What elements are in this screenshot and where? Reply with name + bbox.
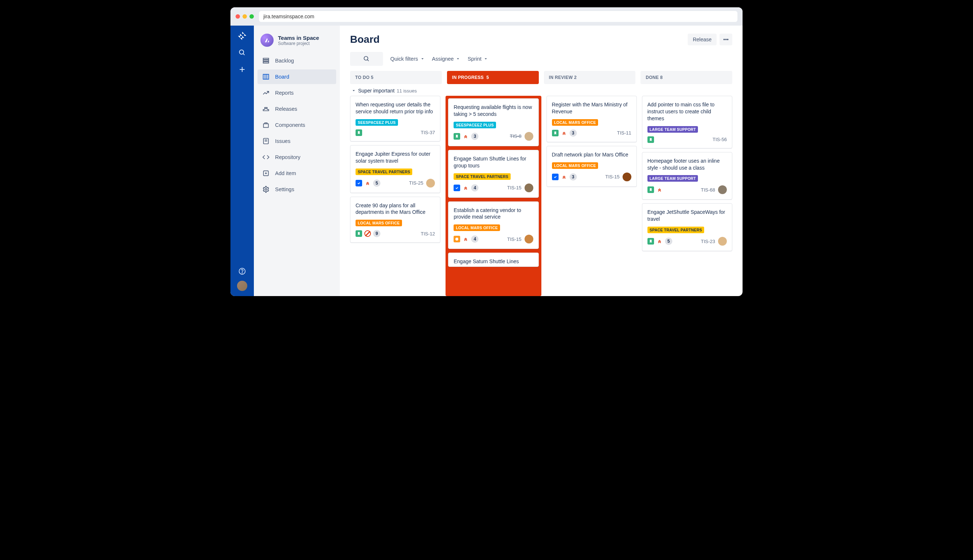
svg-point-20 [364, 56, 368, 60]
assignee-avatar[interactable] [623, 173, 631, 181]
profile-avatar[interactable] [237, 281, 247, 291]
issue-card[interactable]: Register with the Mars Ministry of Reven… [547, 96, 637, 142]
priority-highest-icon [656, 187, 663, 193]
issue-card[interactable]: Draft network plan for Mars Office LOCAL… [547, 146, 637, 187]
card-label: LARGE TEAM SUPPORT [647, 126, 698, 133]
issue-card[interactable]: Create 90 day plans for all departments … [350, 197, 440, 243]
card-title: Engage JetShuttle SpaceWays for travel [647, 209, 727, 223]
column-header-inreview: IN REVIEW 2 [544, 71, 636, 84]
card-footer: 4 TIS-15 [453, 235, 533, 243]
search-input[interactable] [350, 52, 383, 66]
story-points-badge: 5 [665, 238, 672, 245]
issue-card[interactable]: Engage Saturn Shuttle Lines for group to… [448, 150, 538, 198]
story-type-icon [647, 238, 654, 245]
issue-card[interactable]: Requesting available flights is now taki… [448, 98, 538, 146]
sidebar-item-repository[interactable]: Repository [257, 150, 336, 165]
add-item-icon [262, 169, 270, 177]
project-avatar-icon [261, 33, 274, 47]
sprint-dropdown[interactable]: Sprint [468, 56, 488, 62]
sidebar-item-releases[interactable]: Releases [257, 102, 336, 116]
issue-card[interactable]: Add pointer to main css file to instruct… [642, 96, 732, 148]
assignee-avatar[interactable] [525, 132, 533, 141]
sidebar-item-add[interactable]: Add item [257, 166, 336, 180]
issue-card[interactable]: Establish a catering vendor to provide m… [448, 202, 538, 249]
assignee-avatar[interactable] [718, 237, 727, 246]
card-footer: TIS-37 [356, 129, 435, 136]
card-footer: TIS-68 [647, 185, 727, 194]
issue-key: TIS-15 [507, 185, 521, 190]
help-icon[interactable] [237, 266, 247, 276]
search-icon[interactable] [237, 48, 247, 58]
issue-card[interactable]: Engage Jupiter Express for outer solar s… [350, 145, 440, 193]
issue-key: TIS-12 [421, 231, 435, 237]
sidebar-item-board[interactable]: Board [257, 70, 336, 84]
card-footer: 9 TIS-12 [356, 230, 435, 237]
priority-highest-icon [561, 173, 567, 180]
swimlane-header[interactable]: Super important 11 issues [351, 88, 732, 93]
column-headers: TO DO 5 IN PROGRESS 5 IN REVIEW 2 DONE 8 [350, 71, 732, 84]
window-minimize-icon[interactable] [242, 14, 247, 18]
task-type-icon [356, 180, 362, 187]
sidebar-item-label: Backlog [275, 58, 294, 63]
issue-key: TIS-11 [617, 130, 631, 136]
card-title: Register with the Mars Ministry of Reven… [552, 101, 631, 115]
board-columns: When requesting user details the service… [350, 96, 732, 296]
traffic-lights [236, 14, 254, 18]
issue-key: TIS-23 [701, 239, 715, 244]
column-header-todo: TO DO 5 [350, 71, 442, 84]
assignee-avatar[interactable] [426, 179, 435, 188]
card-title: Draft network plan for Mars Office [552, 151, 631, 158]
card-label: SPACE TRAVEL PARTNERS [453, 173, 510, 180]
assignee-avatar[interactable] [525, 235, 533, 243]
release-button[interactable]: Release [688, 33, 717, 45]
project-name: Teams in Space [278, 35, 319, 41]
card-label: SEESPACEEZ PLUS [356, 119, 398, 126]
issue-card[interactable]: Engage Saturn Shuttle Lines [448, 253, 538, 267]
global-nav [231, 26, 254, 296]
reports-icon [262, 89, 270, 97]
issue-card[interactable]: Homepage footer uses an inline style - s… [642, 152, 732, 200]
story-points-badge: 4 [471, 184, 478, 192]
sidebar-item-backlog[interactable]: Backlog [257, 53, 336, 68]
search-icon [363, 55, 370, 62]
board-icon [262, 73, 270, 81]
address-bar[interactable]: jira.teamsinspace.com [259, 11, 737, 22]
sidebar-item-reports[interactable]: Reports [257, 85, 336, 100]
create-icon[interactable] [237, 64, 247, 75]
sidebar-item-settings[interactable]: Settings [257, 182, 336, 197]
jira-logo-icon[interactable] [237, 31, 247, 41]
sidebar-item-components[interactable]: Components [257, 118, 336, 132]
page-title: Board [350, 33, 380, 45]
assignee-dropdown[interactable]: Assignee [432, 56, 461, 62]
assignee-avatar[interactable] [525, 183, 533, 192]
project-subtitle: Software project [278, 41, 319, 46]
card-label: LOCAL MARS OFFICE [552, 162, 599, 169]
issue-card[interactable]: Engage JetShuttle SpaceWays for travel S… [642, 203, 732, 251]
card-footer: 3 TIS-11 [552, 129, 631, 137]
svg-line-21 [367, 60, 369, 61]
toolbar: Quick filters Assignee Sprint [350, 52, 732, 66]
card-title: Engage Saturn Shuttle Lines for group to… [453, 155, 533, 169]
backlog-icon [262, 57, 270, 65]
svg-point-5 [242, 273, 242, 273]
sidebar-item-issues[interactable]: Issues [257, 134, 336, 148]
more-icon: ••• [723, 37, 729, 42]
header-actions: Release ••• [688, 33, 732, 45]
svg-rect-12 [263, 124, 268, 128]
card-label: SEESPACEEZ PLUS [453, 122, 496, 128]
story-points-badge: 4 [471, 235, 478, 243]
chevron-down-icon [456, 57, 460, 61]
project-header[interactable]: Teams in Space Software project [257, 32, 336, 52]
card-label: LOCAL MARS OFFICE [356, 220, 402, 226]
issue-card[interactable]: When requesting user details the service… [350, 96, 440, 142]
assignee-avatar[interactable] [718, 185, 727, 194]
more-actions-button[interactable]: ••• [719, 33, 732, 45]
window-close-icon[interactable] [236, 14, 240, 18]
swimlane-count: 11 issues [397, 88, 417, 93]
sidebar-item-label: Issues [275, 138, 291, 144]
window-maximize-icon[interactable] [249, 14, 254, 18]
card-footer: 3 TIS-15 [552, 173, 631, 181]
issue-key: TIS-8 [510, 133, 522, 139]
quick-filters-dropdown[interactable]: Quick filters [390, 56, 425, 62]
issues-icon [262, 137, 270, 145]
